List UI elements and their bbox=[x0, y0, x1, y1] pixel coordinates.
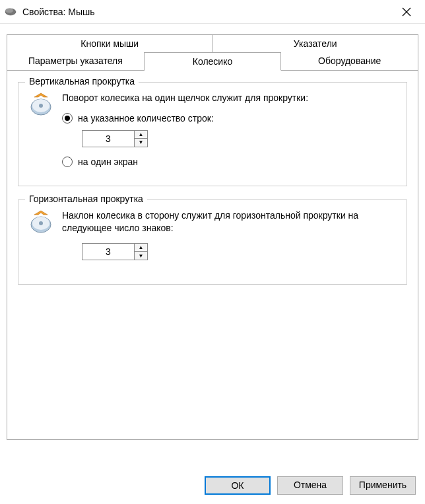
tab-panel-wheel: Вертикальная прокрутка Поворот колесика … bbox=[7, 70, 418, 440]
lines-spin-up[interactable]: ▲ bbox=[135, 131, 147, 139]
chars-spin-up[interactable]: ▲ bbox=[135, 244, 147, 252]
svg-point-9 bbox=[39, 221, 43, 225]
lines-input[interactable] bbox=[82, 131, 134, 147]
mouse-icon bbox=[4, 7, 17, 17]
titlebar: Свойства: Мышь bbox=[0, 0, 425, 24]
horizontal-wheel-icon bbox=[28, 209, 54, 236]
lines-spin-down[interactable]: ▼ bbox=[135, 139, 147, 147]
apply-button[interactable]: Применить bbox=[350, 476, 416, 495]
radio-lines-label: на указанное количество строк: bbox=[78, 113, 214, 124]
svg-point-1 bbox=[5, 8, 13, 13]
window-title: Свойства: Мышь bbox=[22, 7, 95, 17]
svg-point-6 bbox=[39, 104, 43, 108]
radio-screen[interactable] bbox=[62, 157, 73, 167]
dialog-buttons: ОК Отмена Применить bbox=[205, 476, 416, 495]
tab-strip: Кнопки мыши Указатели Параметры указател… bbox=[7, 34, 418, 70]
lines-spinner[interactable]: ▲ ▼ bbox=[82, 130, 148, 147]
tab-wheel[interactable]: Колесико bbox=[145, 52, 282, 71]
tab-hardware[interactable]: Оборудование bbox=[281, 52, 418, 71]
chars-spinner[interactable]: ▲ ▼ bbox=[82, 243, 148, 260]
group-vertical-scroll: Вертикальная прокрутка Поворот колесика … bbox=[18, 82, 407, 186]
tab-pointer-options[interactable]: Параметры указателя bbox=[7, 52, 145, 71]
cancel-button[interactable]: Отмена bbox=[277, 476, 343, 495]
tab-pointers[interactable]: Указатели bbox=[212, 34, 419, 53]
group-horizontal-title: Горизонтальная прокрутка bbox=[25, 194, 147, 204]
group-vertical-title: Вертикальная прокрутка bbox=[25, 76, 139, 87]
close-button[interactable] bbox=[392, 0, 421, 24]
chars-spin-down[interactable]: ▼ bbox=[135, 252, 147, 260]
horizontal-desc: Наклон колесика в сторону служит для гор… bbox=[62, 209, 397, 235]
tab-mouse-buttons[interactable]: Кнопки мыши bbox=[7, 34, 212, 53]
vertical-wheel-icon bbox=[28, 92, 54, 118]
group-horizontal-scroll: Горизонтальная прокрутка Наклон колесика… bbox=[18, 199, 407, 285]
vertical-desc: Поворот колесика на один щелчок служит д… bbox=[62, 92, 397, 105]
chars-input[interactable] bbox=[82, 244, 134, 260]
ok-button[interactable]: ОК bbox=[205, 476, 271, 495]
radio-screen-label: на один экран bbox=[78, 157, 138, 167]
radio-lines[interactable] bbox=[62, 113, 73, 124]
